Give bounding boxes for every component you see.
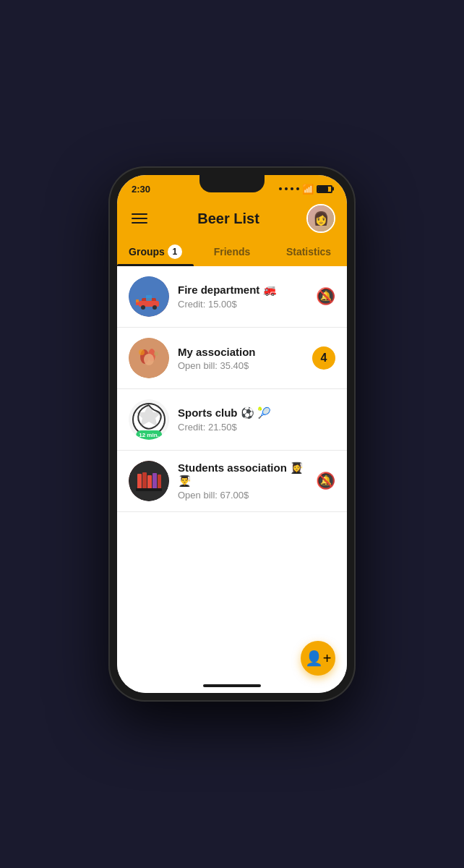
group-action-fire[interactable]: 🔕 (316, 287, 335, 306)
svg-rect-6 (136, 299, 139, 302)
signal-dot-2 (285, 187, 288, 190)
bell-muted-icon-students: 🔕 (316, 472, 335, 490)
menu-line-1 (132, 213, 147, 215)
tab-bar: Groups 1 Friends Statistics (117, 233, 347, 266)
notch (199, 175, 265, 192)
group-sub-students: Open bill: 67.00$ (178, 490, 307, 501)
group-avatar-assoc (129, 338, 169, 378)
tab-statistics[interactable]: Statistics (270, 239, 347, 266)
home-indicator (117, 678, 347, 693)
group-name-students: Students association 👩‍🎓 👨‍🎓 (178, 461, 307, 488)
signal-dot-1 (279, 187, 282, 190)
assoc-avatar-image (129, 338, 169, 378)
battery-fill (318, 187, 328, 192)
svg-rect-18 (142, 472, 147, 490)
menu-line-3 (132, 222, 147, 224)
tab-groups-badge: 1 (168, 244, 182, 259)
group-action-assoc[interactable]: 4 (312, 346, 335, 370)
group-avatar-sports: 12 min. (129, 399, 169, 440)
svg-point-11 (139, 349, 145, 355)
group-sub-fire: Credit: 15.00$ (178, 299, 307, 310)
add-group-fab[interactable]: 👤+ (301, 641, 335, 676)
time-badge-sports: 12 min. (136, 430, 162, 440)
svg-point-10 (144, 354, 154, 365)
tab-groups-label: Groups (129, 246, 165, 258)
svg-rect-19 (147, 475, 152, 490)
group-avatar-students (129, 461, 169, 501)
svg-point-3 (141, 305, 145, 310)
list-item[interactable]: Students association 👩‍🎓 👨‍🎓 Open bill: … (117, 451, 347, 512)
phone-screen: 2:30 📶 Beer List 👩 (117, 175, 347, 693)
app-header: Beer List 👩 (117, 198, 347, 233)
notification-badge-assoc: 4 (312, 346, 335, 370)
fire-avatar-image (129, 276, 169, 317)
tab-friends-label: Friends (214, 246, 251, 258)
group-avatar-fire (129, 276, 169, 317)
menu-line-2 (132, 218, 147, 219)
tab-friends[interactable]: Friends (194, 239, 270, 266)
students-avatar-image (129, 461, 169, 501)
list-item[interactable]: My association Open bill: 35.40$ 4 (117, 328, 347, 389)
group-name-assoc: My association (178, 346, 304, 358)
group-name-sports: Sports club ⚽ 🎾 (178, 407, 327, 420)
svg-rect-20 (152, 473, 157, 490)
menu-button[interactable] (129, 210, 150, 226)
svg-rect-22 (136, 488, 162, 491)
svg-rect-5 (146, 295, 152, 301)
add-user-icon: 👤+ (305, 650, 332, 667)
svg-rect-17 (137, 474, 142, 490)
svg-point-12 (154, 352, 158, 356)
list-item[interactable]: Fire department 🚒 Credit: 15.00$ 🔕 (117, 266, 347, 328)
page-title: Beer List (197, 210, 259, 227)
groups-list: Fire department 🚒 Credit: 15.00$ 🔕 (117, 266, 347, 678)
battery-icon (317, 185, 332, 193)
tab-groups[interactable]: Groups 1 (117, 239, 194, 266)
phone-frame: 2:30 📶 Beer List 👩 (108, 166, 356, 702)
svg-rect-21 (158, 475, 161, 490)
group-sub-assoc: Open bill: 35.40$ (178, 360, 304, 371)
svg-point-4 (152, 305, 157, 310)
group-name-fire: Fire department 🚒 (178, 284, 307, 297)
user-avatar[interactable]: 👩 (306, 204, 335, 233)
wifi-icon: 📶 (302, 184, 314, 195)
list-item[interactable]: 12 min. Sports club ⚽ 🎾 Credit: 21.50$ (117, 389, 347, 451)
signal-dot-3 (291, 187, 293, 190)
bell-muted-icon-fire: 🔕 (316, 287, 335, 306)
group-sub-sports: Credit: 21.50$ (178, 422, 327, 433)
status-icons: 📶 (279, 184, 332, 195)
group-info-fire: Fire department 🚒 Credit: 15.00$ (178, 284, 307, 310)
group-info-students: Students association 👩‍🎓 👨‍🎓 Open bill: … (178, 461, 307, 501)
tab-statistics-label: Statistics (286, 246, 331, 258)
group-info-sports: Sports club ⚽ 🎾 Credit: 21.50$ (178, 407, 327, 433)
status-time: 2:30 (132, 184, 150, 195)
avatar-image: 👩 (308, 205, 334, 231)
group-action-students[interactable]: 🔕 (316, 472, 335, 490)
signal-dot-4 (296, 187, 299, 190)
group-info-assoc: My association Open bill: 35.40$ (178, 346, 304, 371)
home-bar (203, 684, 261, 687)
